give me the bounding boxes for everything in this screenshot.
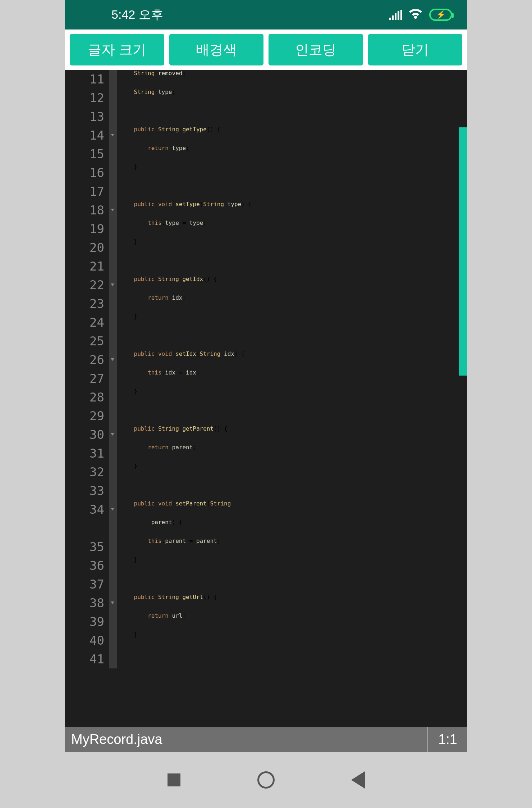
code-content	[117, 182, 120, 201]
encoding-button[interactable]: 인코딩	[269, 34, 363, 65]
code-line[interactable]: 20 }	[65, 238, 467, 257]
fold-gutter	[109, 388, 117, 407]
code-content: String type;	[117, 88, 175, 107]
fold-gutter	[109, 257, 117, 276]
code-line[interactable]: 21	[65, 257, 467, 276]
fold-toggle-icon[interactable]	[109, 594, 117, 612]
code-content: this.parent = parent;	[117, 537, 220, 556]
code-line[interactable]: 17	[65, 182, 467, 201]
code-line[interactable]: 40 }	[65, 631, 467, 650]
fold-toggle-icon[interactable]	[109, 126, 117, 145]
code-content	[117, 257, 120, 276]
cursor-position: 1:1	[427, 727, 467, 752]
code-content: return url;	[117, 612, 186, 631]
fold-gutter	[109, 107, 117, 126]
code-line[interactable]: 13	[65, 107, 467, 126]
code-line[interactable]: 12 String type;	[65, 88, 467, 107]
code-content: public String getIdx() {	[117, 276, 217, 294]
code-content: public void setType(String type) {	[117, 201, 252, 219]
code-line[interactable]: 15 return type;	[65, 145, 467, 163]
code-line[interactable]: 29	[65, 407, 467, 425]
code-line[interactable]: 36 }	[65, 556, 467, 575]
code-line[interactable]: 18 public void setType(String type) {	[65, 201, 467, 219]
line-number: 40	[65, 631, 109, 650]
fold-gutter	[109, 612, 117, 631]
code-content	[117, 575, 120, 594]
code-content: public void setParent(String	[117, 500, 231, 519]
line-number: 32	[65, 463, 109, 481]
code-content: }	[117, 238, 137, 257]
line-number: 17	[65, 182, 109, 201]
line-number: 12	[65, 88, 109, 107]
code-content: public String getUrl() {	[117, 594, 217, 612]
code-line[interactable]: 32 }	[65, 463, 467, 481]
code-line[interactable]: 11 String removed;	[65, 70, 467, 88]
line-number: 26	[65, 350, 109, 369]
wifi-icon	[408, 9, 423, 20]
fold-toggle-icon[interactable]	[109, 201, 117, 219]
code-line[interactable]: 37	[65, 575, 467, 594]
close-button[interactable]: 닫기	[368, 34, 463, 65]
code-line[interactable]: 28 }	[65, 388, 467, 407]
line-number: 35	[65, 537, 109, 556]
line-number: 33	[65, 481, 109, 500]
line-number: 28	[65, 388, 109, 407]
editor-status-bar: MyRecord.java 1:1	[65, 727, 467, 752]
code-line[interactable]: 31 return parent;	[65, 444, 467, 463]
code-line[interactable]: 25	[65, 332, 467, 350]
code-line[interactable]: 23 return idx;	[65, 294, 467, 313]
recent-apps-button[interactable]	[164, 770, 184, 790]
code-content: public void setIdx(String idx) {	[117, 350, 245, 369]
code-line[interactable]: 16 }	[65, 163, 467, 182]
line-number: 38	[65, 594, 109, 612]
scrollbar-thumb[interactable]	[459, 127, 467, 376]
line-number: 11	[65, 70, 109, 88]
code-line[interactable]: 22 public String getIdx() {	[65, 276, 467, 294]
line-number: 16	[65, 163, 109, 182]
fold-toggle-icon[interactable]	[109, 500, 117, 519]
code-content	[117, 332, 120, 350]
code-line[interactable]: 39 return url;	[65, 612, 467, 631]
code-line[interactable]: 33	[65, 481, 467, 500]
line-number: 30	[65, 425, 109, 444]
fold-toggle-icon[interactable]	[109, 276, 117, 294]
fold-gutter	[109, 332, 117, 350]
fold-toggle-icon[interactable]	[109, 350, 117, 369]
code-content: return idx;	[117, 294, 186, 313]
filename-label: MyRecord.java	[65, 732, 427, 747]
code-content: return parent;	[117, 444, 196, 463]
code-line[interactable]: 38 public String getUrl() {	[65, 594, 467, 612]
fold-gutter	[109, 313, 117, 332]
fold-gutter	[109, 631, 117, 650]
line-number: 41	[65, 650, 109, 668]
code-content: this.type = type;	[117, 219, 207, 238]
code-line[interactable]: 14 public String getType() {	[65, 126, 467, 145]
fold-toggle-icon[interactable]	[109, 425, 117, 444]
code-line[interactable]: 34 public void setParent(String	[65, 500, 467, 519]
fold-gutter	[109, 70, 117, 88]
bg-color-button[interactable]: 배경색	[169, 34, 264, 65]
line-number: 37	[65, 575, 109, 594]
fold-gutter	[109, 88, 117, 107]
fold-gutter	[109, 556, 117, 575]
code-line[interactable]: 24 }	[65, 313, 467, 332]
line-number: 22	[65, 276, 109, 294]
code-line[interactable]: parent) {	[65, 519, 467, 537]
code-line[interactable]: 19 this.type = type;	[65, 219, 467, 238]
code-line[interactable]: 41	[65, 650, 467, 668]
back-button[interactable]	[348, 770, 368, 790]
fold-gutter	[109, 219, 117, 238]
code-line[interactable]: 35 this.parent = parent;	[65, 537, 467, 556]
home-button[interactable]	[256, 770, 276, 790]
font-size-button[interactable]: 글자 크기	[70, 34, 164, 65]
line-number: 19	[65, 219, 109, 238]
code-line[interactable]: 27 this.idx = idx;	[65, 369, 467, 388]
android-nav-bar	[65, 752, 467, 808]
code-line[interactable]: 30 public String getParent() {	[65, 425, 467, 444]
code-line[interactable]: 26 public void setIdx(String idx) {	[65, 350, 467, 369]
code-content: public String getParent() {	[117, 425, 228, 444]
code-content	[117, 107, 120, 126]
code-editor[interactable]: 11 String removed;12 String type;1314 pu…	[65, 70, 467, 727]
code-content	[117, 407, 120, 425]
scrollbar-track[interactable]	[459, 70, 467, 727]
